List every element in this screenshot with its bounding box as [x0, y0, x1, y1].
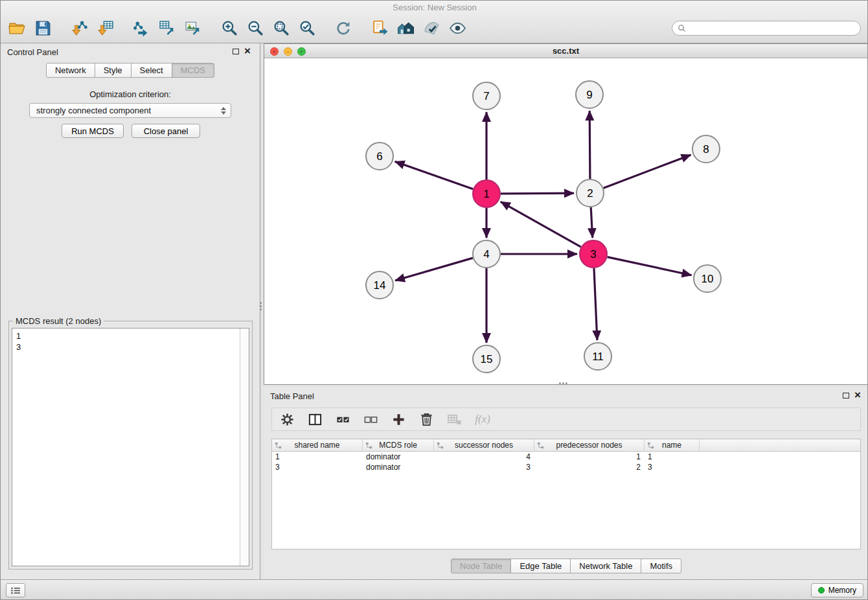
column-header-predecessor-nodes[interactable]: predecessor nodes [534, 439, 645, 452]
edge-4-14[interactable] [395, 258, 473, 281]
column-header-mcds-role[interactable]: MCDS role [363, 439, 434, 452]
column-selector-button[interactable] [306, 410, 325, 428]
node-9[interactable]: 9 [576, 81, 603, 108]
cell-name[interactable]: 1 [645, 452, 700, 462]
column-header-successor-nodes[interactable]: successor nodes [434, 439, 534, 452]
memory-button[interactable]: Memory [811, 583, 863, 597]
export-network-button[interactable] [131, 17, 152, 38]
cell-predecessor-nodes[interactable]: 1 [534, 452, 645, 462]
network-canvas[interactable]: 7968124314101511 [264, 58, 867, 384]
table-tab-motifs[interactable]: Motifs [641, 559, 681, 573]
home-network-icon [397, 19, 415, 37]
zoom-selected-button[interactable] [297, 17, 318, 38]
tab-style[interactable]: Style [95, 63, 131, 78]
apply-style-button[interactable] [422, 17, 442, 38]
node-label: 2 [587, 187, 593, 200]
save-session-button[interactable] [33, 17, 54, 38]
edge-3-1[interactable] [501, 202, 581, 247]
column-tree-icon [537, 442, 544, 449]
close-panel-button[interactable]: Close panel [131, 124, 200, 138]
table-row[interactable]: 1dominator411 [272, 452, 860, 462]
toggle-visibility-button[interactable] [448, 17, 468, 38]
cell-mcds-role[interactable]: dominator [363, 462, 434, 472]
delete-row-icon [419, 412, 434, 427]
delete-table-button [446, 410, 464, 428]
node-7[interactable]: 7 [473, 82, 500, 110]
select-all-columns-button[interactable] [334, 410, 352, 428]
node-10[interactable]: 10 [694, 265, 721, 292]
column-settings-gear-button[interactable] [279, 410, 297, 428]
window-title: Session: New Session [1, 3, 868, 12]
cell-shared-name[interactable]: 1 [272, 452, 363, 462]
cell-successor-nodes[interactable]: 3 [434, 462, 534, 472]
table-panel-title: Table Panel [270, 391, 314, 401]
column-tree-icon [437, 442, 444, 449]
float-table-panel-icon[interactable] [843, 393, 849, 398]
node-14[interactable]: 14 [366, 271, 393, 299]
node-label: 15 [481, 353, 493, 365]
import-table-button[interactable] [95, 17, 116, 38]
edge-3-11[interactable] [594, 268, 597, 340]
cell-mcds-role[interactable]: dominator [363, 452, 434, 462]
task-history-button[interactable] [6, 583, 25, 597]
node-4[interactable]: 4 [473, 240, 500, 268]
table-tab-edge-table[interactable]: Edge Table [510, 559, 571, 573]
share-document-button[interactable] [370, 17, 391, 38]
column-tree-icon [647, 442, 654, 449]
edge-1-6[interactable] [395, 161, 474, 189]
column-header-name[interactable]: name [645, 439, 700, 452]
cell-successor-nodes[interactable]: 4 [434, 452, 534, 462]
edge-2-3[interactable] [591, 207, 593, 238]
run-mcds-button[interactable]: Run MCDS [62, 124, 124, 138]
save-session-icon [34, 19, 52, 37]
optimization-criterion-select[interactable]: strongly connected component [29, 103, 231, 118]
mcds-result-list[interactable]: 13 [12, 328, 249, 566]
table-tab-node-table[interactable]: Node Table [451, 559, 512, 573]
import-network-button[interactable] [69, 17, 90, 38]
tab-network[interactable]: Network [46, 63, 95, 78]
node-2[interactable]: 2 [577, 179, 604, 207]
status-bar: Memory [1, 579, 868, 600]
home-network-button[interactable] [396, 17, 417, 38]
cell-name[interactable]: 3 [645, 462, 700, 472]
edge-3-10[interactable] [608, 257, 692, 275]
node-3[interactable]: 3 [580, 240, 607, 268]
node-6[interactable]: 6 [366, 143, 393, 170]
delete-row-button[interactable] [418, 410, 436, 428]
close-panel-icon[interactable] [243, 45, 252, 58]
tab-select[interactable]: Select [131, 63, 172, 78]
zoom-fit-button[interactable] [271, 17, 292, 38]
search-input[interactable] [689, 23, 855, 33]
table-tab-network-table[interactable]: Network Table [570, 559, 641, 573]
deselect-all-columns-button[interactable] [362, 410, 380, 428]
cell-predecessor-nodes[interactable]: 2 [534, 462, 645, 472]
splitter-handle-horizontal[interactable] [556, 380, 569, 386]
toolbar-group [334, 17, 354, 38]
node-1[interactable]: 1 [473, 180, 500, 207]
tab-mcds[interactable]: MCDS [172, 63, 214, 78]
column-header-shared-name[interactable]: shared name [272, 439, 363, 452]
edge-1-2[interactable] [501, 193, 574, 194]
export-table-button[interactable] [157, 17, 178, 38]
splitter-handle-vertical[interactable] [258, 300, 263, 312]
edge-2-9[interactable] [589, 111, 590, 179]
network-window-titlebar[interactable]: scc.txt [264, 44, 867, 58]
export-image-button[interactable] [183, 17, 204, 38]
add-row-button[interactable] [390, 410, 408, 428]
node-15[interactable]: 15 [473, 345, 500, 373]
open-session-button[interactable] [7, 17, 28, 38]
node-11[interactable]: 11 [584, 343, 611, 370]
cell-shared-name[interactable]: 3 [272, 462, 363, 472]
refresh-button[interactable] [334, 17, 354, 38]
search-field[interactable] [672, 21, 861, 36]
edge-2-8[interactable] [604, 155, 691, 188]
zoom-in-button[interactable] [220, 17, 240, 38]
close-table-panel-icon[interactable] [853, 389, 862, 402]
node-8[interactable]: 8 [692, 135, 720, 163]
node-label: 7 [483, 90, 489, 102]
list-icon [10, 586, 21, 595]
table-row[interactable]: 3dominator323 [272, 462, 860, 472]
result-scrollbar[interactable] [240, 329, 249, 566]
float-panel-icon[interactable] [233, 49, 239, 54]
zoom-out-button[interactable] [246, 17, 266, 38]
